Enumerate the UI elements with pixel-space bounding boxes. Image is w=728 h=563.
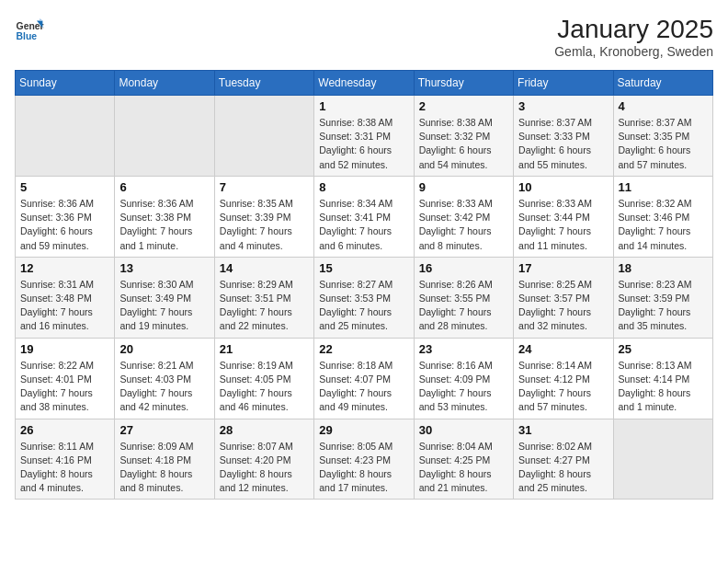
week-row-4: 19Sunrise: 8:22 AMSunset: 4:01 PMDayligh…	[16, 338, 713, 419]
day-number: 8	[319, 180, 408, 194]
calendar-cell: 23Sunrise: 8:16 AMSunset: 4:09 PMDayligh…	[414, 338, 513, 419]
day-number: 16	[419, 261, 508, 275]
day-number: 12	[20, 261, 109, 275]
day-info: Sunrise: 8:07 AMSunset: 4:20 PMDaylight:…	[220, 440, 309, 496]
day-info: Sunrise: 8:30 AMSunset: 3:49 PMDaylight:…	[119, 278, 209, 334]
day-info: Sunrise: 8:27 AMSunset: 3:53 PMDaylight:…	[319, 278, 408, 334]
calendar-cell: 18Sunrise: 8:23 AMSunset: 3:59 PMDayligh…	[613, 257, 712, 338]
day-number: 15	[319, 261, 408, 275]
day-info: Sunrise: 8:33 AMSunset: 3:44 PMDaylight:…	[518, 197, 608, 253]
calendar-cell: 2Sunrise: 8:38 AMSunset: 3:32 PMDaylight…	[414, 96, 513, 177]
day-number: 22	[319, 342, 408, 356]
day-info: Sunrise: 8:14 AMSunset: 4:12 PMDaylight:…	[518, 359, 608, 415]
calendar-cell: 22Sunrise: 8:18 AMSunset: 4:07 PMDayligh…	[314, 338, 414, 419]
day-info: Sunrise: 8:33 AMSunset: 3:42 PMDaylight:…	[419, 197, 508, 253]
location: Gemla, Kronoberg, Sweden	[554, 44, 713, 59]
logo-icon: General Blue	[15, 15, 44, 44]
calendar-cell: 11Sunrise: 8:32 AMSunset: 3:46 PMDayligh…	[613, 176, 712, 257]
day-info: Sunrise: 8:31 AMSunset: 3:48 PMDaylight:…	[20, 278, 109, 334]
calendar-cell: 15Sunrise: 8:27 AMSunset: 3:53 PMDayligh…	[314, 257, 414, 338]
day-number: 28	[220, 423, 309, 437]
calendar-cell: 27Sunrise: 8:09 AMSunset: 4:18 PMDayligh…	[115, 419, 214, 500]
day-number: 26	[20, 423, 109, 437]
day-info: Sunrise: 8:36 AMSunset: 3:36 PMDaylight:…	[20, 197, 109, 253]
day-info: Sunrise: 8:13 AMSunset: 4:14 PMDaylight:…	[619, 359, 708, 415]
title-block: January 2025 Gemla, Kronoberg, Sweden	[554, 15, 713, 59]
day-info: Sunrise: 8:02 AMSunset: 4:27 PMDaylight:…	[518, 440, 608, 496]
weekday-header-saturday: Saturday	[613, 71, 712, 96]
calendar-cell: 12Sunrise: 8:31 AMSunset: 3:48 PMDayligh…	[16, 257, 115, 338]
day-number: 21	[220, 342, 309, 356]
day-info: Sunrise: 8:22 AMSunset: 4:01 PMDaylight:…	[20, 359, 109, 415]
day-number: 29	[319, 423, 408, 437]
day-number: 7	[220, 180, 309, 194]
day-info: Sunrise: 8:29 AMSunset: 3:51 PMDaylight:…	[220, 278, 309, 334]
day-info: Sunrise: 8:38 AMSunset: 3:32 PMDaylight:…	[419, 116, 508, 172]
day-info: Sunrise: 8:35 AMSunset: 3:39 PMDaylight:…	[220, 197, 309, 253]
day-info: Sunrise: 8:09 AMSunset: 4:18 PMDaylight:…	[119, 440, 209, 496]
day-number: 23	[419, 342, 508, 356]
day-info: Sunrise: 8:38 AMSunset: 3:31 PMDaylight:…	[319, 116, 408, 172]
weekday-header-wednesday: Wednesday	[314, 71, 414, 96]
day-number: 30	[419, 423, 508, 437]
day-info: Sunrise: 8:25 AMSunset: 3:57 PMDaylight:…	[518, 278, 608, 334]
day-number: 25	[619, 342, 708, 356]
day-info: Sunrise: 8:32 AMSunset: 3:46 PMDaylight:…	[619, 197, 708, 253]
calendar-table: SundayMondayTuesdayWednesdayThursdayFrid…	[15, 70, 713, 500]
day-number: 4	[619, 99, 708, 113]
day-number: 17	[518, 261, 608, 275]
day-number: 1	[319, 99, 408, 113]
weekday-header-sunday: Sunday	[16, 71, 115, 96]
weekday-header-monday: Monday	[115, 71, 214, 96]
calendar-cell: 31Sunrise: 8:02 AMSunset: 4:27 PMDayligh…	[514, 419, 613, 500]
svg-text:Blue: Blue	[17, 31, 38, 41]
calendar-cell: 26Sunrise: 8:11 AMSunset: 4:16 PMDayligh…	[16, 419, 115, 500]
day-number: 5	[20, 180, 109, 194]
day-info: Sunrise: 8:26 AMSunset: 3:55 PMDaylight:…	[419, 278, 508, 334]
calendar-cell	[16, 96, 115, 177]
calendar-cell: 4Sunrise: 8:37 AMSunset: 3:35 PMDaylight…	[613, 96, 712, 177]
day-number: 14	[220, 261, 309, 275]
svg-marker-3	[40, 18, 42, 20]
day-number: 18	[619, 261, 708, 275]
calendar-cell: 25Sunrise: 8:13 AMSunset: 4:14 PMDayligh…	[613, 338, 712, 419]
day-info: Sunrise: 8:18 AMSunset: 4:07 PMDaylight:…	[319, 359, 408, 415]
calendar-cell: 21Sunrise: 8:19 AMSunset: 4:05 PMDayligh…	[214, 338, 313, 419]
calendar-cell: 28Sunrise: 8:07 AMSunset: 4:20 PMDayligh…	[214, 419, 313, 500]
calendar-cell	[214, 96, 313, 177]
weekday-header-row: SundayMondayTuesdayWednesdayThursdayFrid…	[16, 71, 713, 96]
day-info: Sunrise: 8:11 AMSunset: 4:16 PMDaylight:…	[20, 440, 109, 496]
calendar-cell: 5Sunrise: 8:36 AMSunset: 3:36 PMDaylight…	[16, 176, 115, 257]
calendar-cell: 29Sunrise: 8:05 AMSunset: 4:23 PMDayligh…	[314, 419, 414, 500]
day-number: 11	[619, 180, 708, 194]
calendar-cell: 1Sunrise: 8:38 AMSunset: 3:31 PMDaylight…	[314, 96, 414, 177]
week-row-2: 5Sunrise: 8:36 AMSunset: 3:36 PMDaylight…	[16, 176, 713, 257]
calendar-cell: 19Sunrise: 8:22 AMSunset: 4:01 PMDayligh…	[16, 338, 115, 419]
calendar-cell: 9Sunrise: 8:33 AMSunset: 3:42 PMDaylight…	[414, 176, 513, 257]
weekday-header-friday: Friday	[514, 71, 613, 96]
day-number: 6	[119, 180, 209, 194]
day-info: Sunrise: 8:34 AMSunset: 3:41 PMDaylight:…	[319, 197, 408, 253]
page-header: General Blue January 2025 Gemla, Kronobe…	[15, 15, 713, 59]
day-number: 3	[518, 99, 608, 113]
day-number: 13	[119, 261, 209, 275]
calendar-cell: 24Sunrise: 8:14 AMSunset: 4:12 PMDayligh…	[514, 338, 613, 419]
day-number: 27	[119, 423, 209, 437]
week-row-5: 26Sunrise: 8:11 AMSunset: 4:16 PMDayligh…	[16, 419, 713, 500]
day-info: Sunrise: 8:21 AMSunset: 4:03 PMDaylight:…	[119, 359, 209, 415]
day-info: Sunrise: 8:23 AMSunset: 3:59 PMDaylight:…	[619, 278, 708, 334]
day-info: Sunrise: 8:19 AMSunset: 4:05 PMDaylight:…	[220, 359, 309, 415]
calendar-cell: 13Sunrise: 8:30 AMSunset: 3:49 PMDayligh…	[115, 257, 214, 338]
calendar-cell: 20Sunrise: 8:21 AMSunset: 4:03 PMDayligh…	[115, 338, 214, 419]
calendar-cell: 30Sunrise: 8:04 AMSunset: 4:25 PMDayligh…	[414, 419, 513, 500]
weekday-header-thursday: Thursday	[414, 71, 513, 96]
calendar-cell: 10Sunrise: 8:33 AMSunset: 3:44 PMDayligh…	[514, 176, 613, 257]
day-number: 31	[518, 423, 608, 437]
calendar-cell: 6Sunrise: 8:36 AMSunset: 3:38 PMDaylight…	[115, 176, 214, 257]
day-number: 10	[518, 180, 608, 194]
day-info: Sunrise: 8:36 AMSunset: 3:38 PMDaylight:…	[119, 197, 209, 253]
calendar-cell: 7Sunrise: 8:35 AMSunset: 3:39 PMDaylight…	[214, 176, 313, 257]
day-info: Sunrise: 8:37 AMSunset: 3:35 PMDaylight:…	[619, 116, 708, 172]
day-number: 19	[20, 342, 109, 356]
day-number: 9	[419, 180, 508, 194]
